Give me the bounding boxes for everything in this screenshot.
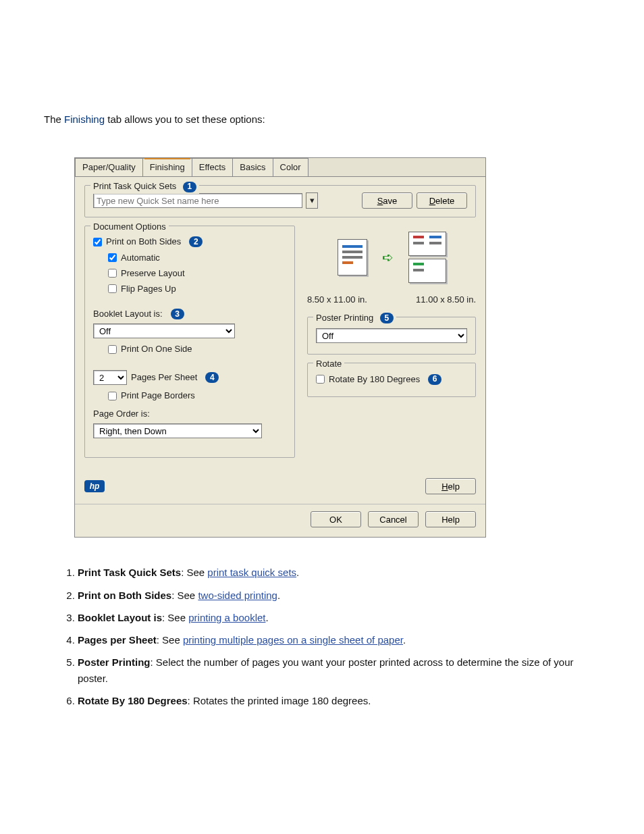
checkbox-print-one-side[interactable]	[108, 345, 117, 354]
legend-title-3: Booklet Layout is	[78, 612, 162, 623]
legend-link-4[interactable]: printing multiple pages on a single shee…	[183, 634, 403, 646]
dialog-button-bar: OK Cancel Help	[75, 504, 485, 537]
label-booklet: Booklet Layout is:	[93, 307, 163, 321]
hp-logo-icon: hp	[84, 480, 105, 492]
legend-link-2[interactable]: two-sided printing	[198, 590, 277, 601]
label-print-one-side: Print On One Side	[121, 342, 192, 356]
legend-tail-1: .	[296, 567, 299, 578]
label-rotate-180: Rotate By 180 Degrees	[329, 373, 420, 386]
checkbox-preserve-layout[interactable]	[108, 269, 117, 278]
legend-item-5: Poster Printing: Select the number of pa…	[78, 654, 600, 686]
legend-title-4: Pages per Sheet	[78, 634, 157, 646]
print-properties-dialog: Paper/Quality Finishing Effects Basics C…	[74, 157, 486, 538]
layout-preview: ➪	[307, 227, 476, 288]
dialog-footer-row: hp Help	[75, 473, 485, 504]
legend-item-4: Pages per Sheet: See printing multiple p…	[78, 632, 600, 648]
checkbox-flip-pages-up[interactable]	[108, 284, 117, 293]
legend-sep-4: : See	[157, 634, 183, 646]
select-poster-printing[interactable]: Off	[316, 328, 467, 343]
preview-captions: 8.50 x 11.00 in. 11.00 x 8.50 in.	[307, 293, 476, 307]
select-page-order[interactable]: Right, then Down	[93, 423, 262, 438]
check-preserve-layout[interactable]: Preserve Layout	[108, 267, 286, 280]
legend-title-6: Rotate By 180 Degrees	[78, 695, 188, 706]
tab-strip: Paper/Quality Finishing Effects Basics C…	[75, 158, 485, 176]
label-print-borders: Print Page Borders	[121, 389, 195, 402]
group-rotate: Rotate Rotate By 180 Degrees 6	[307, 363, 476, 397]
quick-set-name-input[interactable]	[93, 193, 302, 208]
tab-paper-quality[interactable]: Paper/Quality	[75, 158, 143, 176]
label-print-both-sides: Print on Both Sides	[106, 235, 181, 249]
callout-badge-5: 5	[380, 313, 394, 323]
callout-badge-1: 1	[183, 182, 196, 192]
legend-list: Print Task Quick Sets: See print task qu…	[57, 565, 600, 708]
label-poster-printing: Poster Printing	[316, 313, 373, 323]
ok-button[interactable]: OK	[311, 511, 361, 527]
legend-item-3: Booklet Layout is: See printing a bookle…	[78, 610, 600, 625]
label-automatic: Automatic	[121, 251, 160, 265]
right-column: ➪	[307, 226, 476, 466]
cancel-button[interactable]: Cancel	[368, 511, 419, 527]
dropdown-icon[interactable]: ▾	[306, 192, 318, 209]
tab-basics[interactable]: Basics	[232, 158, 273, 176]
delete-button[interactable]: Delete	[417, 192, 467, 209]
label-flip-pages-up: Flip Pages Up	[121, 282, 176, 296]
two-column-area: Document Options Print on Both Sides 2 A…	[84, 226, 476, 466]
intro-keyword: Finishing	[64, 113, 105, 125]
legend-item-6: Rotate By 180 Degrees: Rotates the print…	[78, 693, 600, 708]
check-automatic[interactable]: Automatic	[108, 251, 286, 265]
callout-badge-2: 2	[189, 236, 203, 247]
label-page-order: Page Order is:	[93, 407, 286, 421]
group-document-options: Document Options Print on Both Sides 2 A…	[84, 226, 295, 458]
select-booklet-layout[interactable]: Off	[93, 323, 235, 338]
check-rotate-180[interactable]: Rotate By 180 Degrees 6	[316, 373, 467, 386]
group-rotate-legend: Rotate	[313, 357, 344, 371]
legend-sep-3: : See	[162, 612, 188, 623]
legend-sep-1: : See	[181, 567, 207, 578]
legend-sep-6: : Rotates the printed image 180 degrees.	[188, 695, 371, 706]
legend-sep-2: : See	[171, 590, 198, 601]
checkbox-print-both-sides[interactable]	[93, 238, 102, 246]
legend-item-2: Print on Both Sides: See two-sided print…	[78, 588, 600, 603]
check-flip-pages-up[interactable]: Flip Pages Up	[108, 282, 286, 296]
tab-effects[interactable]: Effects	[192, 158, 234, 176]
quick-sets-row: ▾ Save Delete	[93, 192, 467, 209]
intro-prefix: The	[44, 113, 64, 125]
check-print-one-side[interactable]: Print On One Side	[108, 342, 286, 356]
checkbox-print-borders[interactable]	[108, 392, 117, 400]
tab-help-button[interactable]: Help	[425, 478, 476, 494]
preview-sheet-target	[408, 232, 446, 283]
check-print-both-sides[interactable]: Print on Both Sides 2	[93, 235, 286, 249]
checkbox-rotate-180[interactable]	[316, 375, 325, 384]
row-booklet-label: Booklet Layout is: 3	[93, 307, 286, 321]
caption-left: 8.50 x 11.00 in.	[307, 293, 367, 307]
select-pages-per-sheet[interactable]: 2	[93, 370, 127, 385]
intro-paragraph: The Finishing tab allows you to set thes…	[44, 111, 600, 127]
legend-tail-3: .	[265, 612, 268, 623]
group-quick-sets: Print Task Quick Sets 1 ▾ Save Delete	[84, 185, 476, 217]
legend-tail-4: .	[403, 634, 406, 646]
group-quick-sets-legend: Print Task Quick Sets 1	[90, 180, 199, 193]
arrow-icon: ➪	[382, 247, 394, 268]
legend-title-5: Poster Printing	[78, 656, 151, 668]
callout-badge-6: 6	[428, 374, 441, 385]
left-column: Document Options Print on Both Sides 2 A…	[84, 226, 295, 466]
save-button[interactable]: Save	[362, 192, 412, 209]
tab-finishing[interactable]: Finishing	[142, 158, 192, 176]
help-button[interactable]: Help	[425, 511, 476, 527]
label-preserve-layout: Preserve Layout	[121, 267, 185, 280]
group-poster-printing: Poster Printing 5 Off	[307, 317, 476, 355]
checkbox-automatic[interactable]	[108, 253, 117, 262]
group-poster-legend: Poster Printing 5	[313, 311, 396, 325]
caption-right: 11.00 x 8.50 in.	[416, 293, 476, 307]
preview-sheet-source	[338, 239, 367, 276]
group-docopts-legend: Document Options	[90, 220, 169, 234]
callout-badge-4: 4	[205, 372, 219, 383]
legend-sep-5: : Select the number of pages you want yo…	[78, 656, 574, 683]
group-quick-sets-label: Print Task Quick Sets	[93, 181, 176, 191]
tab-color[interactable]: Color	[273, 158, 308, 176]
row-pages-per-sheet: 2 Pages Per Sheet 4	[93, 370, 286, 385]
legend-link-1[interactable]: print task quick sets	[207, 567, 296, 578]
legend-link-3[interactable]: printing a booklet	[188, 612, 265, 623]
document-page: The Finishing tab allows you to set thes…	[0, 0, 644, 834]
check-print-borders[interactable]: Print Page Borders	[108, 389, 286, 402]
